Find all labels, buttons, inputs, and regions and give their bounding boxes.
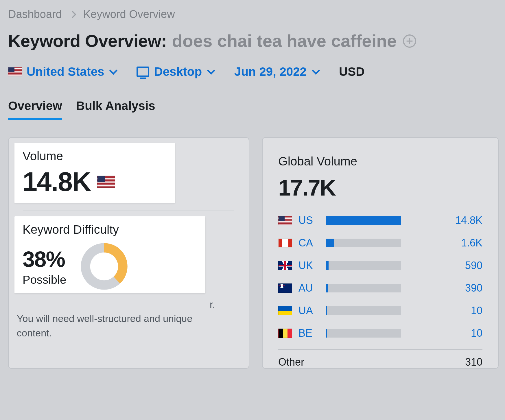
global-volume-label: Global Volume xyxy=(278,154,482,168)
country-code: US xyxy=(298,214,319,226)
date-filter-label: Jun 29, 2022 xyxy=(234,65,307,79)
divider xyxy=(278,349,482,350)
device-filter[interactable]: Desktop xyxy=(137,65,214,79)
country-code: BE xyxy=(298,327,319,339)
plus-icon xyxy=(406,37,414,45)
device-filter-label: Desktop xyxy=(154,65,202,79)
kd-donut-chart xyxy=(80,242,129,291)
country-row[interactable]: UA10 xyxy=(278,305,482,317)
page-title: Keyword Overview: does chai tea have caf… xyxy=(8,31,497,51)
country-value: 14.8K xyxy=(445,214,482,226)
kd-label: Keyword Difficulty xyxy=(23,223,197,237)
breadcrumb-dashboard[interactable]: Dashboard xyxy=(8,8,62,21)
kd-rating: Possible xyxy=(23,273,66,286)
desktop-icon xyxy=(137,67,149,77)
kd-description: r. You will need well-structured and uni… xyxy=(17,297,225,340)
country-code: UA xyxy=(298,305,319,317)
kd-percent: 38% xyxy=(23,246,66,272)
global-volume-value: 17.7K xyxy=(278,175,482,201)
country-value: 10 xyxy=(445,305,482,317)
country-row[interactable]: AU390 xyxy=(278,282,482,294)
divider xyxy=(23,211,234,211)
be-flag-icon xyxy=(278,329,292,338)
volume-bar xyxy=(326,329,401,338)
volume-bar xyxy=(326,261,401,270)
uk-flag-icon xyxy=(278,261,292,270)
volume-bar xyxy=(326,216,401,225)
us-flag-icon xyxy=(8,67,22,76)
us-flag-icon xyxy=(97,176,115,188)
volume-bar xyxy=(326,284,401,292)
title-query: does chai tea have caffeine xyxy=(172,31,397,51)
country-row[interactable]: CA1.6K xyxy=(278,237,482,249)
volume-value: 14.8K xyxy=(23,168,167,195)
title-label: Keyword Overview: xyxy=(8,31,167,51)
country-row[interactable]: UK590 xyxy=(278,259,482,272)
filter-bar: United States Desktop Jun 29, 2022 USD xyxy=(8,65,497,79)
global-volume-card: Global Volume 17.7K US14.8KCA1.6KUK590AU… xyxy=(262,137,499,369)
country-row-other: Other 310 xyxy=(278,356,482,368)
country-filter[interactable]: United States xyxy=(8,65,116,79)
country-value: 1.6K xyxy=(445,237,482,249)
ua-flag-icon xyxy=(278,306,292,315)
chevron-right-icon xyxy=(69,11,76,18)
volume-label: Volume xyxy=(23,149,167,163)
country-row[interactable]: US14.8K xyxy=(278,214,482,226)
chevron-down-icon xyxy=(312,67,320,75)
breadcrumb: Dashboard Keyword Overview xyxy=(8,8,497,21)
country-value: 590 xyxy=(445,259,482,272)
country-list: US14.8KCA1.6KUK590AU390UA10BE10 xyxy=(278,214,482,339)
country-filter-label: United States xyxy=(27,65,104,79)
date-filter[interactable]: Jun 29, 2022 xyxy=(234,65,319,79)
chevron-down-icon xyxy=(207,67,215,75)
au-flag-icon xyxy=(278,283,292,293)
ca-flag-icon xyxy=(278,238,292,248)
volume-bar xyxy=(326,239,401,247)
country-row[interactable]: BE10 xyxy=(278,327,482,339)
tab-overview[interactable]: Overview xyxy=(8,99,62,120)
chevron-down-icon xyxy=(109,67,117,75)
country-code: UK xyxy=(298,259,319,272)
us-flag-icon xyxy=(278,216,292,225)
tabs: Overview Bulk Analysis xyxy=(8,99,497,120)
tab-bulk-analysis[interactable]: Bulk Analysis xyxy=(76,99,155,120)
other-value: 310 xyxy=(445,356,482,368)
country-value: 10 xyxy=(445,327,482,339)
keyword-difficulty-block: Keyword Difficulty 38% Possible xyxy=(14,216,205,293)
other-label: Other xyxy=(278,356,304,368)
country-value: 390 xyxy=(445,282,482,294)
volume-card: Volume 14.8K Keyword Difficulty 38% Poss… xyxy=(8,137,249,369)
country-code: AU xyxy=(298,282,319,294)
breadcrumb-page: Keyword Overview xyxy=(83,8,175,21)
volume-block: Volume 14.8K xyxy=(14,143,175,203)
country-code: CA xyxy=(298,237,319,249)
volume-bar xyxy=(326,306,401,315)
add-keyword-button[interactable] xyxy=(403,34,416,48)
currency-label: USD xyxy=(339,65,365,79)
